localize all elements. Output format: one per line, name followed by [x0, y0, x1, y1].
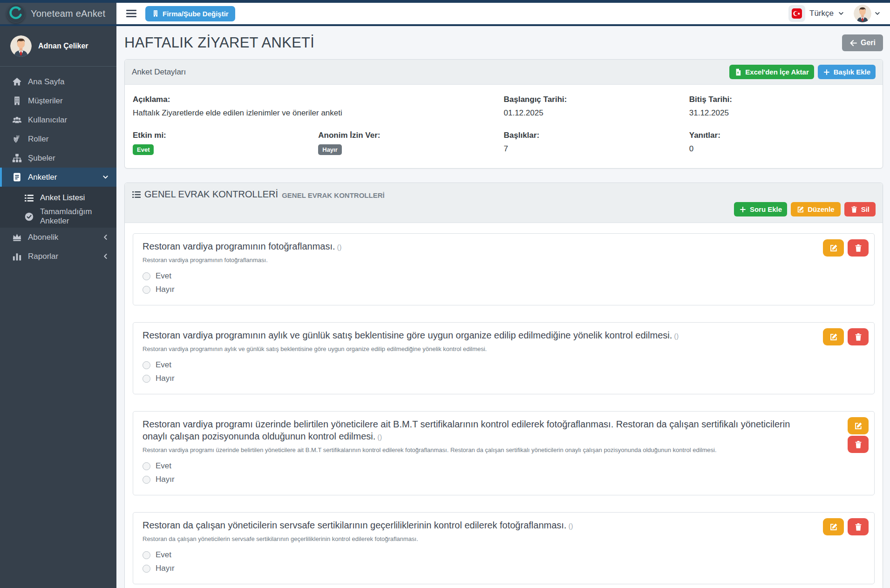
sidebar-item-roller[interactable]: Roller [0, 129, 116, 149]
radio-icon[interactable] [143, 361, 150, 369]
delete-question-button[interactable] [848, 436, 869, 453]
sidebar-item-label: Abonelik [28, 233, 58, 242]
delete-question-button[interactable] [848, 328, 869, 345]
question-title: Restoran vardiya programının fotoğraflan… [143, 240, 865, 252]
question-card: Restoran da çalışan yöneticilerin servsa… [133, 512, 875, 584]
sidebar-item-subeler[interactable]: Şubeler [0, 149, 116, 168]
trash-icon [850, 206, 858, 213]
edit-question-button[interactable] [823, 328, 844, 345]
question-card: Restoran vardiya programının aylık ve gü… [133, 322, 875, 394]
brand-title: Yoneteam eAnket [31, 8, 105, 19]
edit-question-button[interactable] [848, 417, 869, 434]
question-description: Restoran vardiya programı üzerinde belir… [143, 446, 865, 453]
users-icon [12, 115, 22, 125]
question-title: Restoran vardiya programı üzerinde belir… [143, 418, 865, 442]
masks-icon [12, 134, 22, 144]
delete-question-button[interactable] [848, 518, 869, 535]
sitemap-icon [12, 153, 22, 163]
field-basliklar: Başlıklar: 7 [504, 131, 689, 155]
radio-option-hayir[interactable]: Hayır [143, 285, 865, 294]
sidebar-item-abonelik[interactable]: Abonelik [0, 228, 116, 247]
sidebar-item-label: Raporlar [28, 252, 58, 261]
crown-icon [12, 232, 22, 242]
list-icon [24, 193, 34, 203]
delete-question-button[interactable] [848, 239, 869, 257]
question-description: Restoran da çalışan yöneticilerin servsa… [143, 535, 865, 542]
question-title: Restoran vardiya programının aylık ve gü… [143, 329, 865, 341]
field-yanitlar: Yanıtlar: 0 [689, 131, 875, 155]
language-selector[interactable]: Türkçe [788, 5, 844, 22]
question-title: Restoran da çalışan yöneticilerin servsa… [143, 519, 865, 531]
radio-option-evet[interactable]: Evet [143, 271, 865, 281]
import-excel-button[interactable]: Excel'den İçe Aktar [729, 65, 814, 79]
status-badge: Hayır [318, 144, 342, 155]
radio-option-hayir[interactable]: Hayır [143, 374, 865, 383]
sidebar: Yoneteam eAnket Adnan Çeliker Ana Sayfa … [0, 3, 116, 588]
sidebar-item-label: Tamamladığım Anketler [40, 207, 109, 226]
radio-icon[interactable] [143, 375, 150, 383]
section-title: GENEL EVRAK KONTROLLERİ [144, 189, 278, 200]
chevron-down-icon [102, 174, 109, 181]
question-card: Restoran vardiya programı üzerinde belir… [133, 411, 875, 495]
question-description: Restoran vardiya programının aylık ve gü… [143, 345, 865, 352]
radio-icon[interactable] [143, 551, 150, 559]
pencil-square-icon [854, 422, 863, 430]
back-button[interactable]: Geri [842, 34, 883, 51]
building-icon [152, 10, 159, 17]
pencil-square-icon [829, 244, 838, 252]
chevron-down-icon [838, 10, 844, 17]
user-menu[interactable] [854, 5, 881, 22]
language-label: Türkçe [809, 9, 834, 18]
radio-icon[interactable] [143, 565, 150, 573]
edit-question-button[interactable] [823, 239, 844, 257]
edit-section-button[interactable]: Düzenle [791, 202, 841, 216]
radio-icon[interactable] [143, 286, 150, 294]
radio-option-hayir[interactable]: Hayır [143, 564, 865, 573]
sidebar-item-label: Şubeler [28, 154, 55, 163]
sidebar-item-kullanicilar[interactable]: Kullanıcılar [0, 110, 116, 129]
brand[interactable]: Yoneteam eAnket [0, 3, 116, 26]
change-company-button[interactable]: Firma/Şube Değiştir [145, 6, 235, 21]
chevron-left-icon [102, 234, 109, 241]
radio-option-evet[interactable]: Evet [143, 360, 865, 370]
sidebar-item-anketler[interactable]: Anketler [0, 168, 116, 187]
field-bitis-tarihi: Bitiş Tarihi: 31.12.2025 [689, 95, 875, 118]
delete-section-button[interactable]: Sil [844, 202, 876, 216]
pencil-square-icon [797, 206, 804, 213]
radio-icon[interactable] [143, 462, 150, 470]
sidebar-item-musteriler[interactable]: Müşteriler [0, 91, 116, 110]
field-etkin-mi: Etkin mi: Evet [133, 131, 318, 155]
sidebar-nav: Ana Sayfa Müşteriler Kullanıcılar Roller… [0, 67, 116, 266]
chevron-left-icon [102, 253, 109, 260]
sidebar-item-tamamladigim-anketler[interactable]: Tamamladığım Anketler [0, 207, 116, 226]
pencil-square-icon [829, 333, 838, 341]
page-title: HAFTALIK ZİYARET ANKETİ [124, 34, 314, 51]
main-content: HAFTALIK ZİYARET ANKETİ Geri Anket Detay… [116, 26, 890, 588]
radio-icon[interactable] [143, 476, 150, 484]
check-circle-icon [24, 212, 34, 222]
trash-icon [854, 440, 863, 449]
pencil-square-icon [829, 523, 838, 531]
survey-details-panel: Anket Detayları Excel'den İçe Aktar Başl… [124, 59, 883, 169]
trash-icon [854, 523, 863, 531]
radio-option-hayir[interactable]: Hayır [143, 475, 865, 484]
app-logo-icon [7, 4, 25, 23]
radio-icon[interactable] [143, 272, 150, 280]
hamburger-menu-icon[interactable] [126, 9, 137, 18]
sidebar-item-raporlar[interactable]: Raporlar [0, 247, 116, 266]
list-icon [132, 190, 141, 199]
question-description: Restoran vardiya programının fotoğraflan… [143, 257, 865, 264]
sidebar-item-label: Ana Sayfa [28, 77, 64, 87]
excel-file-icon [734, 68, 742, 76]
sidebar-item-label: Müşteriler [28, 96, 63, 106]
sidebar-item-anket-listesi[interactable]: Anket Listesi [0, 189, 116, 207]
add-title-button[interactable]: Başlık Ekle [818, 65, 876, 79]
field-baslangic-tarihi: Başlangıç Tarihi: 01.12.2025 [504, 95, 689, 118]
radio-option-evet[interactable]: Evet [143, 550, 865, 560]
trash-icon [854, 244, 863, 252]
radio-option-evet[interactable]: Evet [143, 461, 865, 471]
edit-question-button[interactable] [823, 518, 844, 535]
add-question-button[interactable]: Soru Ekle [734, 202, 787, 216]
question-card: Restoran vardiya programının fotoğraflan… [133, 233, 875, 305]
sidebar-item-ana-sayfa[interactable]: Ana Sayfa [0, 72, 116, 91]
